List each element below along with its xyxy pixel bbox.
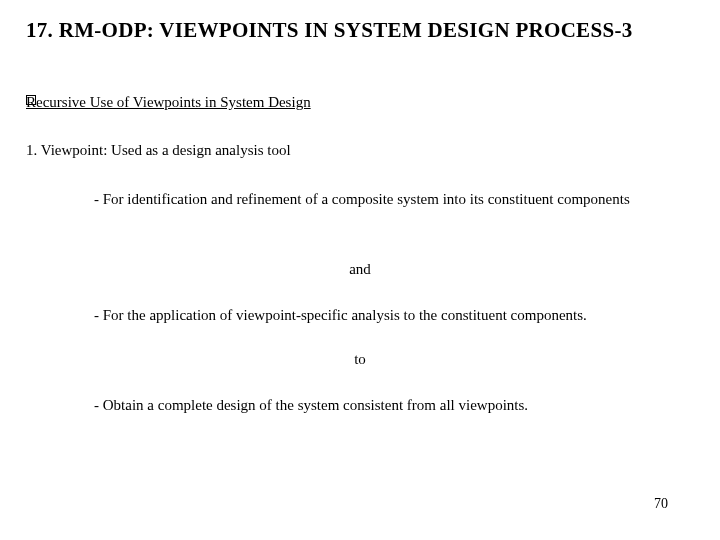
bullet-obtain: - Obtain a complete design of the system…: [94, 396, 680, 415]
body-line-1: 1. Viewpoint: Used as a design analysis …: [26, 142, 291, 159]
connector-to: to: [0, 350, 720, 369]
slide: 17. RM-ODP: VIEWPOINTS IN SYSTEM DESIGN …: [0, 0, 720, 540]
slide-title: 17. RM-ODP: VIEWPOINTS IN SYSTEM DESIGN …: [26, 18, 694, 43]
bullet-identification: - For identification and refinement of a…: [94, 190, 680, 209]
page-number: 70: [654, 496, 668, 512]
connector-and: and: [0, 260, 720, 279]
subheading: Recursive Use of Viewpoints in System De…: [26, 94, 311, 111]
bullet-application: - For the application of viewpoint-speci…: [94, 306, 690, 325]
